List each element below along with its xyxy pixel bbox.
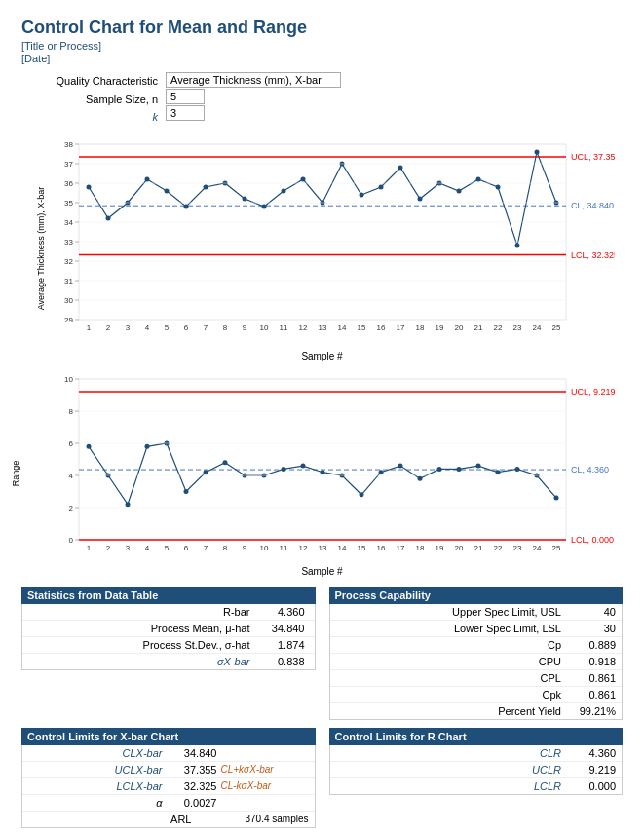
svg-text:12: 12 <box>298 323 307 332</box>
cpk-row: Cpk 0.861 <box>330 687 623 703</box>
svg-point-24 <box>475 177 480 182</box>
svg-point-100 <box>300 464 305 469</box>
svg-text:16: 16 <box>376 323 385 332</box>
quality-char-input[interactable]: Average Thickness (mm), X-bar <box>166 72 341 88</box>
rbar-row: R-bar 4.360 <box>22 604 315 621</box>
k-input[interactable]: 3 <box>166 105 205 121</box>
svg-point-106 <box>417 476 422 481</box>
svg-rect-0 <box>79 144 566 320</box>
svg-point-108 <box>456 467 461 472</box>
svg-point-18 <box>359 193 363 198</box>
cl-xbar-body: CLX-bar 34.840 UCLX-bar 37.355 CL+kσX-ba… <box>21 745 316 828</box>
svg-text:25: 25 <box>551 323 560 332</box>
xbar-xlabel: Sample # <box>30 351 615 361</box>
capability-section: Process Capability Upper Spec Limit, USL… <box>329 587 624 720</box>
svg-point-94 <box>183 489 188 494</box>
svg-point-14 <box>281 189 285 194</box>
svg-point-89 <box>86 444 91 449</box>
quality-char-label: Quality Characteristic <box>21 72 158 91</box>
svg-text:22: 22 <box>493 323 502 332</box>
lclr-row: LCLR 0.000 <box>330 778 623 794</box>
svg-text:33: 33 <box>64 238 73 246</box>
svg-text:2: 2 <box>105 323 110 332</box>
usl-row: Upper Spec Limit, USL 40 <box>330 604 623 621</box>
lclx-row: LCLX-bar 32.325 CL-kσX-bar <box>22 778 315 795</box>
cl-r-body: CLR 4.360 UCLR 9.219 LCLR 0.000 <box>329 745 624 795</box>
svg-text:15: 15 <box>357 323 365 332</box>
control-limits-tables: Control Limits for X-bar Chart CLX-bar 3… <box>21 728 623 828</box>
k-label: k <box>21 108 158 127</box>
range-ylabel: Range <box>11 460 20 486</box>
svg-point-101 <box>320 470 324 474</box>
cl-r-header: Control Limits for R Chart <box>329 728 624 745</box>
svg-text:8: 8 <box>222 544 227 552</box>
svg-rect-85 <box>79 379 566 540</box>
svg-text:20: 20 <box>454 323 463 332</box>
svg-text:15: 15 <box>357 544 365 552</box>
svg-point-12 <box>242 197 246 202</box>
svg-text:24: 24 <box>532 544 541 552</box>
svg-point-26 <box>514 244 519 248</box>
svg-text:8: 8 <box>68 407 73 416</box>
svg-point-10 <box>203 185 208 190</box>
page-title: Control Chart for Mean and Range <box>21 18 623 38</box>
cp-row: Cp 0.889 <box>330 637 623 654</box>
svg-text:3: 3 <box>125 544 130 552</box>
sample-size-label: Sample Size, n <box>21 91 158 109</box>
svg-point-7 <box>144 177 149 182</box>
svg-text:4: 4 <box>68 472 73 480</box>
svg-text:25: 25 <box>551 544 560 552</box>
svg-text:6: 6 <box>183 544 188 552</box>
svg-point-99 <box>281 467 285 472</box>
svg-text:11: 11 <box>279 323 287 332</box>
svg-point-19 <box>378 185 383 190</box>
xbar-ylabel: Average Thickness (mm), X-bar <box>36 186 46 310</box>
stdev-row: Process St.Dev., σ-hat 1.874 <box>22 637 315 654</box>
cpu-row: CPU 0.918 <box>330 654 623 670</box>
svg-text:6: 6 <box>68 439 73 448</box>
svg-point-107 <box>436 467 441 472</box>
svg-text:7: 7 <box>203 544 208 552</box>
svg-point-91 <box>125 502 130 507</box>
svg-text:10: 10 <box>259 323 268 332</box>
svg-text:14: 14 <box>337 544 346 552</box>
svg-text:4: 4 <box>144 544 149 552</box>
yield-row: Percent Yield 99.21% <box>330 703 623 719</box>
lsl-row: Lower Spec Limit, LSL 30 <box>330 621 623 637</box>
svg-text:1: 1 <box>86 544 91 552</box>
svg-point-92 <box>144 444 149 449</box>
svg-text:CL, 4.360: CL, 4.360 <box>571 465 609 474</box>
svg-text:17: 17 <box>396 323 404 332</box>
svg-text:29: 29 <box>64 316 73 324</box>
quality-section: Quality Characteristic Sample Size, n k … <box>21 72 623 127</box>
sigma-xbar-row: σX-bar 0.838 <box>22 654 315 669</box>
svg-text:17: 17 <box>396 544 404 552</box>
sample-size-input[interactable]: 5 <box>166 89 205 104</box>
svg-text:20: 20 <box>454 544 463 552</box>
svg-point-20 <box>398 166 402 171</box>
svg-text:22: 22 <box>493 544 502 552</box>
stats-section: Statistics from Data Table R-bar 4.360 P… <box>21 587 316 720</box>
svg-point-25 <box>495 185 500 190</box>
svg-text:10: 10 <box>259 544 268 552</box>
svg-text:CL, 34.840: CL, 34.840 <box>571 201 614 210</box>
svg-point-21 <box>417 197 422 202</box>
svg-point-9 <box>183 205 188 209</box>
svg-text:18: 18 <box>415 544 424 552</box>
svg-text:38: 38 <box>64 140 73 149</box>
xbar-chart: 29303132333435363738 1234567891011121314… <box>30 134 615 349</box>
svg-text:LCL, 0.000: LCL, 0.000 <box>571 535 614 545</box>
svg-text:31: 31 <box>64 277 73 285</box>
cl-xbar-header: Control Limits for X-bar Chart <box>21 728 316 745</box>
svg-point-103 <box>359 492 363 497</box>
clx-row: CLX-bar 34.840 <box>22 745 315 762</box>
svg-point-13 <box>261 205 266 209</box>
svg-text:0: 0 <box>68 536 73 545</box>
uclx-row: UCLX-bar 37.355 CL+kσX-bar <box>22 762 315 778</box>
svg-text:12: 12 <box>298 544 307 552</box>
range-chart: 0246810 12345678910111213141516171819202… <box>30 369 615 564</box>
svg-text:13: 13 <box>318 323 326 332</box>
subtitle2: [Date] <box>21 53 623 64</box>
svg-text:8: 8 <box>222 323 227 332</box>
svg-text:LCL, 32.325: LCL, 32.325 <box>571 250 615 260</box>
